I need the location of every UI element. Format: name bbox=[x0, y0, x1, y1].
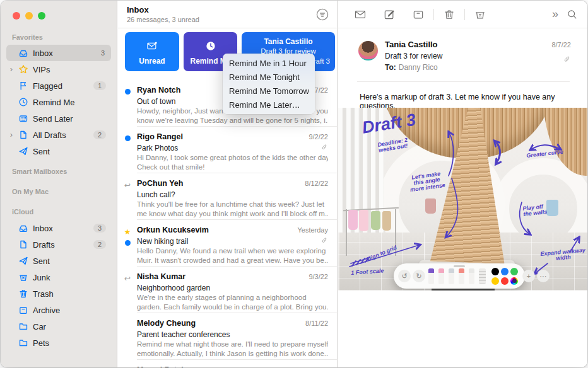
more-chevrons-icon[interactable]: » bbox=[552, 8, 557, 21]
sidebar-item-icloud-sent[interactable]: Sent bbox=[6, 253, 111, 269]
inbox-icon bbox=[16, 48, 30, 58]
archive-icon bbox=[16, 305, 30, 315]
envelope-icon[interactable] bbox=[354, 8, 367, 21]
junk-icon bbox=[16, 272, 30, 282]
attachment-image[interactable]: Draft 3 Deadline: 2 weeks out! Let's mak… bbox=[338, 108, 587, 290]
menu-item-remind-tomorrow[interactable]: Remind Me Tomorrow bbox=[223, 84, 315, 98]
avatar[interactable] bbox=[358, 41, 378, 60]
sidebar-item-icloud-inbox[interactable]: Inbox 3 bbox=[6, 220, 111, 236]
eraser-tool[interactable] bbox=[459, 268, 464, 284]
unread-count-badge: 2 bbox=[93, 130, 106, 139]
unread-envelope-icon bbox=[125, 40, 179, 52]
message-row-nisha-kumar[interactable]: ↩ Nisha Kumar9/3/22 Neighborhood garden … bbox=[118, 267, 337, 313]
undo-button[interactable]: ↺ bbox=[398, 270, 411, 282]
message-row-pochun-yeh[interactable]: ↩ PoChun Yeh8/12/22 Lunch call? Think yo… bbox=[118, 173, 337, 220]
replied-arrow-icon: ↩ bbox=[124, 181, 131, 190]
sidebar-item-pets[interactable]: Pets bbox=[6, 335, 111, 351]
zoom-window-button[interactable] bbox=[38, 12, 45, 20]
paperclip-icon bbox=[320, 236, 328, 247]
message-row-rigo-rangel[interactable]: Rigo Rangel9/2/22 Park Photos Hi Danny, … bbox=[118, 127, 337, 173]
compose-icon[interactable] bbox=[383, 8, 396, 21]
ruler-tool[interactable] bbox=[479, 268, 486, 284]
more-options-button[interactable]: ⋯ bbox=[537, 270, 550, 282]
favorites-section-label: Favorites bbox=[1, 33, 43, 41]
menu-item-remind-later[interactable]: Remind Me Later… bbox=[223, 98, 315, 112]
sidebar-item-label: Inbox bbox=[33, 49, 100, 58]
filter-button[interactable] bbox=[315, 8, 329, 21]
trash-icon bbox=[16, 289, 30, 299]
sidebar-item-flagged[interactable]: Flagged 1 bbox=[6, 78, 111, 94]
chevron-right-icon[interactable]: › bbox=[6, 130, 16, 139]
vip-star-icon bbox=[16, 64, 30, 74]
sidebar-item-label: Junk bbox=[33, 273, 106, 282]
unread-count-badge: 1 bbox=[93, 81, 106, 90]
sidebar-item-label: Send Later bbox=[33, 114, 106, 124]
pen-tool[interactable] bbox=[449, 268, 454, 284]
sidebar-item-vips[interactable]: › VIPs bbox=[6, 61, 111, 78]
drag-handle[interactable] bbox=[454, 265, 465, 267]
icloud-section-label: iCloud bbox=[1, 208, 33, 216]
minimize-window-button[interactable] bbox=[25, 12, 33, 20]
message-list: Ryan Notch7/22 Out of town Howdy, neighb… bbox=[118, 80, 337, 367]
message-subject: Draft 3 for review bbox=[385, 52, 442, 60]
replied-arrow-icon: ↩ bbox=[124, 274, 131, 283]
message-row-melody-cheung[interactable]: Melody Cheung8/11/22 Parent teacher conf… bbox=[118, 313, 337, 360]
folder-icon bbox=[16, 321, 30, 331]
sidebar-item-label: Flagged bbox=[33, 81, 93, 91]
unread-count-badge: 3 bbox=[100, 49, 106, 57]
pencil-tool[interactable] bbox=[469, 268, 474, 284]
paperplane-icon bbox=[16, 256, 30, 266]
clock-icon bbox=[16, 97, 30, 107]
message-row-mayuri-patel[interactable]: Mayuri Patel8/20/22 bbox=[118, 360, 337, 367]
sidebar-item-send-later[interactable]: Send Later bbox=[6, 110, 111, 127]
reader-pane: » Tania Castillo Draft 3 for review To:D… bbox=[338, 1, 587, 367]
marker-tool[interactable] bbox=[428, 268, 434, 284]
unread-dot-icon bbox=[125, 240, 131, 246]
yellow-color-swatch[interactable] bbox=[491, 277, 499, 285]
menu-item-remind-tonight[interactable]: Remind Me Tonight bbox=[223, 70, 315, 84]
close-window-button[interactable] bbox=[13, 12, 20, 20]
color-picker-swatch[interactable] bbox=[510, 277, 518, 285]
paperplane-icon bbox=[16, 146, 30, 156]
sidebar-item-junk[interactable]: Junk bbox=[6, 269, 111, 285]
sidebar-item-label: Sent bbox=[33, 256, 106, 266]
chevron-right-icon[interactable]: › bbox=[6, 65, 16, 74]
sidebar-item-icloud-drafts[interactable]: Drafts 2 bbox=[6, 236, 111, 253]
message-date: 8/7/22 bbox=[551, 41, 571, 49]
black-color-swatch[interactable] bbox=[491, 268, 499, 275]
mail-window: Favorites Inbox 3 › VIPs Flagged 1 bbox=[1, 1, 587, 367]
sidebar-item-label: All Drafts bbox=[33, 130, 93, 140]
mailbox-status: 26 messages, 3 unread bbox=[127, 16, 199, 23]
draft-icon bbox=[16, 239, 30, 250]
message-sender: Tania Castillo bbox=[385, 40, 438, 49]
add-button[interactable]: + bbox=[522, 270, 535, 282]
sidebar-item-sent[interactable]: Sent bbox=[6, 143, 111, 159]
reader-toolbar: » bbox=[338, 1, 587, 28]
archive-icon[interactable] bbox=[412, 8, 425, 21]
sidebar-item-remind-me[interactable]: Remind Me bbox=[6, 94, 111, 110]
remind-context-menu: Remind Me in 1 Hour Remind Me Tonight Re… bbox=[223, 54, 315, 114]
folder-icon bbox=[16, 338, 30, 348]
sidebar-item-trash[interactable]: Trash bbox=[6, 285, 111, 302]
red-color-swatch[interactable] bbox=[501, 277, 509, 285]
search-icon[interactable] bbox=[566, 8, 579, 21]
highlighter-tool[interactable] bbox=[438, 268, 444, 284]
window-controls bbox=[13, 12, 45, 20]
sidebar-item-car[interactable]: Car bbox=[6, 318, 111, 335]
sidebar-item-archive[interactable]: Archive bbox=[6, 302, 111, 318]
menu-item-remind-1-hour[interactable]: Remind Me in 1 Hour bbox=[223, 56, 315, 70]
recipient-name[interactable]: Danny Rico bbox=[399, 63, 438, 72]
redo-button[interactable]: ↻ bbox=[413, 270, 425, 282]
green-color-swatch[interactable] bbox=[510, 268, 518, 275]
markup-toolbar[interactable]: ↺ ↻ + ⋯ bbox=[394, 263, 525, 289]
blue-color-swatch[interactable] bbox=[501, 268, 509, 275]
unread-count-badge: 2 bbox=[93, 240, 106, 249]
sidebar-item-all-drafts[interactable]: › All Drafts 2 bbox=[6, 127, 111, 143]
junk-icon[interactable] bbox=[474, 8, 486, 21]
message-row-orkun-kucuksevim[interactable]: ★ Orkun KucuksevimYesterday New hiking t… bbox=[118, 220, 337, 267]
sidebar-item-inbox[interactable]: Inbox 3 bbox=[6, 45, 111, 61]
unread-filter-card[interactable]: Unread bbox=[125, 32, 179, 71]
card-sender: Tania Castillo bbox=[242, 37, 335, 46]
unread-dot-icon bbox=[125, 89, 131, 95]
trash-icon[interactable] bbox=[443, 8, 456, 21]
